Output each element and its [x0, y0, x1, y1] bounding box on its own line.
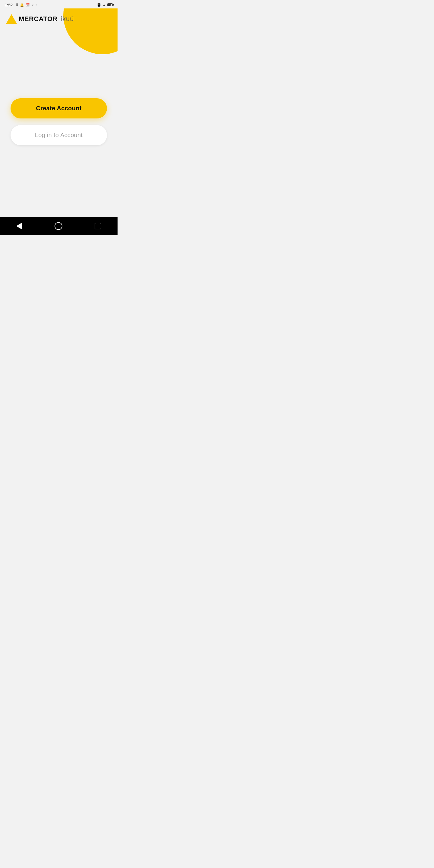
back-button[interactable]	[13, 219, 25, 233]
nav-bar	[0, 217, 118, 235]
notification-dot-icon: ⠿	[16, 3, 19, 7]
main-content: Create Account Log in to Account	[0, 27, 118, 217]
logo-brand-name: MERCATOR	[19, 15, 58, 23]
calendar-icon: 📅	[26, 3, 30, 7]
dot-icon: •	[36, 3, 37, 7]
recent-icon	[95, 223, 101, 229]
vibrate-icon: 📳	[97, 3, 101, 7]
back-icon	[16, 222, 22, 230]
login-button[interactable]: Log in to Account	[10, 125, 107, 145]
bell-icon: 🔔	[20, 3, 24, 7]
logo-triangle-icon	[6, 14, 17, 24]
battery-icon	[107, 3, 113, 6]
create-account-button[interactable]: Create Account	[10, 98, 107, 119]
check-icon: ✓	[31, 3, 34, 7]
status-bar: 1:52 ⠿ 🔔 📅 ✓ • 📳 ▲	[0, 0, 118, 8]
wifi-icon: ▲	[102, 3, 106, 7]
logo-brand-sub: ikuü	[61, 15, 74, 23]
header: MERCATOR ikuü	[0, 8, 118, 27]
logo: MERCATOR ikuü	[6, 14, 74, 24]
home-icon	[55, 222, 62, 230]
status-time: 1:52	[5, 3, 13, 7]
home-button[interactable]	[52, 219, 65, 233]
recent-button[interactable]	[92, 220, 104, 232]
